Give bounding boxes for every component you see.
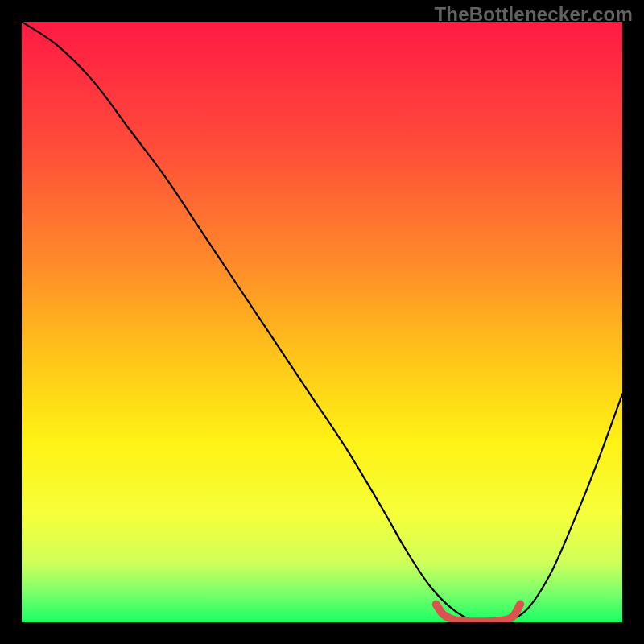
- chart-container: TheBottlenecker.com: [0, 0, 644, 644]
- watermark-text: TheBottlenecker.com: [434, 3, 633, 26]
- gradient-background: [22, 22, 622, 622]
- bottleneck-chart: [22, 22, 622, 622]
- plot-area: [22, 22, 622, 622]
